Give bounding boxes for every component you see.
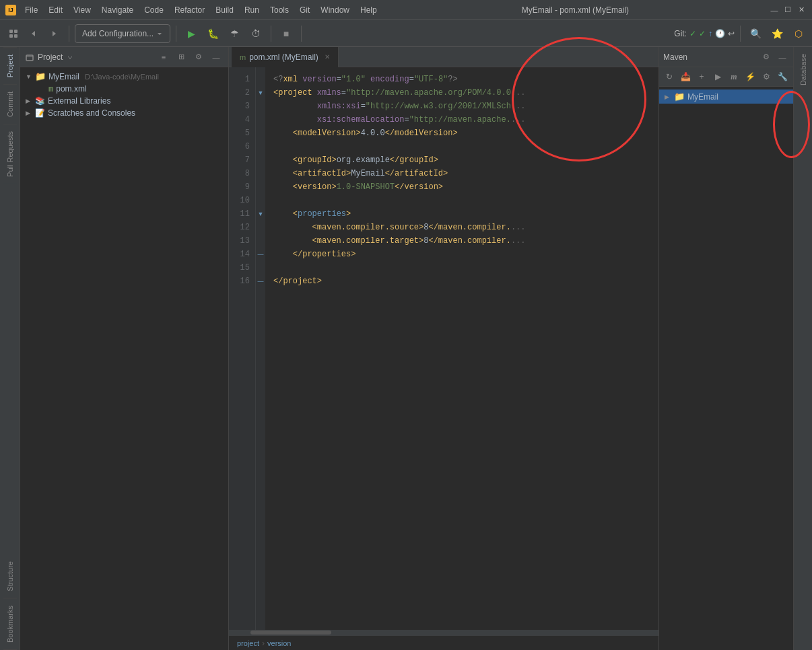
code-line-11: <properties>	[273, 207, 650, 221]
sidebar-tab-pull-requests[interactable]: Pull Requests	[3, 124, 17, 184]
code-line-1: <?xml version="1.0" encoding="UTF-8"?>	[273, 73, 650, 86]
tab-close-button[interactable]: ✕	[325, 53, 330, 61]
title-bar: IJ File Edit View Navigate Code Refactor…	[0, 0, 812, 20]
sidebar-tab-project[interactable]: Project	[3, 47, 17, 84]
menu-view[interactable]: View	[69, 4, 96, 16]
menu-help[interactable]: Help	[356, 4, 382, 16]
plugin-button[interactable]: ⬡	[789, 24, 808, 43]
maven-reload-button[interactable]: ↻	[662, 69, 677, 84]
maven-label-myemail: MyEmail	[687, 92, 718, 102]
maven-add-button[interactable]: +	[694, 69, 709, 84]
minimize-button[interactable]: —	[769, 5, 780, 15]
menu-refactor[interactable]: Refactor	[170, 4, 209, 16]
menu-edit[interactable]: Edit	[44, 4, 67, 16]
divider-3	[271, 26, 271, 42]
maven-settings-button[interactable]: ⚙	[759, 50, 773, 64]
editor-scrollbar[interactable]	[229, 630, 658, 635]
maximize-button[interactable]: ☐	[782, 5, 793, 15]
maven-settings-gear[interactable]: 🔧	[775, 69, 790, 84]
tree-arrow-myemail: ▼	[26, 73, 32, 80]
panel-title-dropdown-icon[interactable]	[67, 54, 73, 61]
maven-title: Maven	[663, 52, 757, 62]
maven-folder-icon: 📁	[674, 92, 685, 102]
scratch-icon: 📝	[35, 108, 45, 118]
minimize-panel-button[interactable]: —	[209, 50, 223, 64]
maven-refresh-button[interactable]: ⚡	[743, 69, 757, 84]
divider-5	[740, 26, 741, 42]
nav-back-icon[interactable]	[24, 24, 43, 43]
right-sidebar: Database	[793, 47, 812, 650]
code-line-4: xsi:schemaLocation="http://maven.apache.…	[273, 113, 650, 127]
menu-tools[interactable]: Tools	[265, 4, 294, 16]
project-tree: ▼ 📁 MyEmail D:\Java-code\MyEmail ▶ m pom…	[20, 67, 228, 650]
divider-2	[176, 26, 176, 42]
maven-toolbar: ↻ 📥 + ▶ m ⚡ ⚙ 🔧	[659, 67, 793, 87]
menu-navigate[interactable]: Navigate	[97, 4, 138, 16]
editor-area: m pom.xml (MyEmail) ✕ 1 2 3 4 5 6 7 8 9 …	[229, 47, 658, 650]
git-push-icon[interactable]: ↑	[708, 29, 712, 38]
add-configuration-button[interactable]: Add Configuration...	[75, 24, 170, 43]
project-panel-header: Project ≡ ⊞ ⚙ —	[20, 47, 228, 67]
code-content[interactable]: <?xml version="1.0" encoding="UTF-8"?> <…	[265, 67, 658, 630]
search-everywhere-button[interactable]: 🔍	[746, 24, 765, 43]
menu-code[interactable]: Code	[139, 4, 168, 16]
panel-settings-button[interactable]: ⚙	[192, 50, 205, 64]
menu-run[interactable]: Run	[240, 4, 264, 16]
sidebar-tab-database[interactable]: Database	[797, 47, 810, 92]
code-line-13: <maven.compiler.target>8</maven.compiler…	[273, 234, 650, 248]
tree-item-scratches[interactable]: ▶ 📝 Scratches and Consoles	[20, 107, 228, 119]
svg-rect-0	[9, 30, 13, 33]
menu-file[interactable]: File	[20, 4, 42, 16]
git-undo-icon[interactable]: ↩	[728, 29, 735, 38]
tree-label-ext-libs: External Libraries	[48, 96, 110, 106]
collapse-all-button[interactable]: ≡	[157, 50, 170, 64]
git-clock-icon[interactable]: 🕐	[715, 29, 725, 38]
stop-button[interactable]: ■	[277, 24, 296, 43]
maven-tree: ▶ 📁 MyEmail	[659, 87, 793, 650]
menu-build[interactable]: Build	[211, 4, 238, 16]
maven-run-button[interactable]: ▶	[710, 69, 725, 84]
maven-item-myemail[interactable]: ▶ 📁 MyEmail	[659, 89, 793, 104]
code-line-16: </project>	[273, 275, 650, 288]
coverage-button[interactable]: ☂	[225, 24, 244, 43]
maven-minimize-button[interactable]: —	[776, 50, 789, 64]
code-editor: 1 2 3 4 5 6 7 8 9 10 11 12 13 14 15 16 ▼	[229, 67, 658, 630]
menu-window[interactable]: Window	[316, 4, 354, 16]
window-controls[interactable]: — ☐ ✕	[769, 5, 807, 15]
editor-tab-pom[interactable]: m pom.xml (MyEmail) ✕	[232, 47, 339, 67]
tree-label-pom: pom.xml	[56, 84, 86, 94]
menu-bar[interactable]: File Edit View Navigate Code Refactor Bu…	[20, 4, 382, 16]
sidebar-tab-commit[interactable]: Commit	[3, 84, 17, 124]
tree-item-pom-xml[interactable]: ▶ m pom.xml	[20, 83, 228, 95]
tree-item-myemail[interactable]: ▼ 📁 MyEmail D:\Java-code\MyEmail	[20, 70, 228, 83]
maven-arrow-myemail: ▶	[665, 94, 671, 100]
git-label: Git:	[674, 29, 687, 38]
folder-icon	[26, 53, 34, 61]
svg-rect-4	[26, 55, 33, 61]
tree-item-ext-libs[interactable]: ▶ 📚 External Libraries	[20, 95, 228, 107]
left-sidebar: Project Commit Pull Requests Structure B…	[0, 47, 20, 650]
show-options-button[interactable]: ⊞	[174, 50, 188, 64]
run-button[interactable]: ▶	[182, 24, 201, 43]
scrollbar-thumb[interactable]	[250, 630, 331, 635]
code-line-14: </properties>	[273, 248, 650, 261]
nav-forward-icon[interactable]	[44, 24, 63, 43]
maven-lifecycle-button[interactable]: ⚙	[759, 69, 774, 84]
maven-download-sources-button[interactable]: 📥	[678, 69, 693, 84]
debug-button[interactable]: 🐛	[203, 24, 222, 43]
code-line-15	[273, 261, 650, 275]
code-line-7: <groupId>org.example</groupId>	[273, 153, 650, 167]
maven-panel-header: Maven ⚙ —	[659, 47, 793, 67]
sidebar-tab-bookmarks[interactable]: Bookmarks	[3, 599, 17, 650]
project-icon[interactable]	[4, 24, 23, 43]
sidebar-tab-structure[interactable]: Structure	[3, 554, 17, 599]
menu-git[interactable]: Git	[295, 4, 314, 16]
project-panel: Project ≡ ⊞ ⚙ — ▼ 📁 MyEmail D:\Java-code…	[20, 47, 229, 650]
tree-arrow-scratch: ▶	[26, 110, 32, 116]
close-button[interactable]: ✕	[796, 5, 807, 15]
maven-panel: Maven ⚙ — ↻ 📥 + ▶ m ⚡ ⚙ 🔧 ▶ 📁 MyEmail	[658, 47, 793, 650]
settings-button[interactable]: ⭐	[768, 24, 786, 43]
maven-m-button[interactable]: m	[726, 69, 741, 84]
code-line-3: xmlns:xsi="http://www.w3.org/2001/XMLSch…	[273, 100, 650, 113]
profile-button[interactable]: ⏱	[246, 24, 265, 43]
